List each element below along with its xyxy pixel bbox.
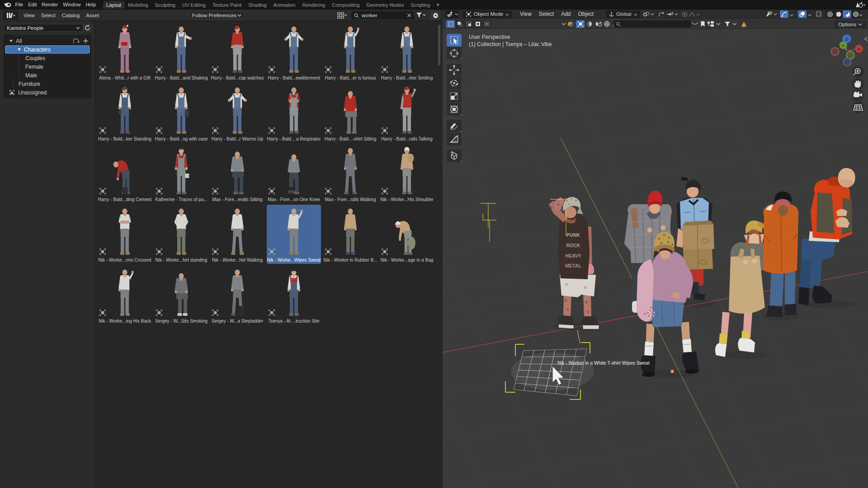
- svg-text:Z: Z: [845, 37, 848, 42]
- svg-text:ROCK: ROCK: [566, 243, 580, 248]
- svg-text:User Perspective: User Perspective: [469, 34, 510, 40]
- svg-text:METAL: METAL: [565, 263, 581, 268]
- svg-text:HEAVY: HEAVY: [565, 253, 581, 258]
- svg-text:Y: Y: [842, 44, 844, 48]
- svg-text:Nik - Worker in a White T-shir: Nik - Worker in a White T-shirt Wipes Sw…: [557, 360, 650, 366]
- svg-text:PUNK: PUNK: [566, 232, 580, 238]
- svg-text:X: X: [858, 47, 860, 52]
- svg-text:(1) Collection | Tsenya – Lila: (1) Collection | Tsenya – Lilac Vibe: [469, 41, 552, 47]
